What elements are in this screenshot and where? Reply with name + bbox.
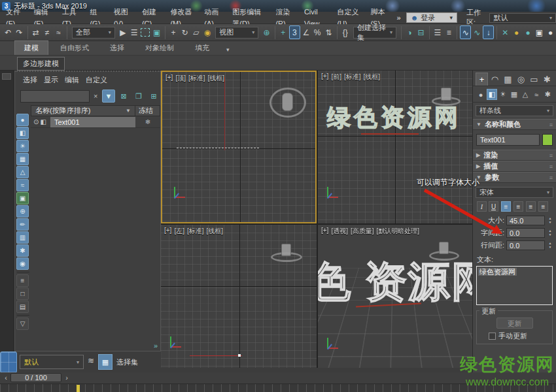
- sync-selection-icon[interactable]: ⊞: [147, 90, 160, 103]
- display-geometry-icon[interactable]: ●: [16, 114, 29, 126]
- render-production-icon[interactable]: ●: [546, 25, 556, 39]
- view-detail-icon[interactable]: ▤: [16, 301, 29, 313]
- layer-explorer-icon[interactable]: ≡: [443, 25, 454, 39]
- viewport-layout-tabs-button[interactable]: [0, 351, 17, 373]
- rollout-name-and-color[interactable]: ▼ 名称和颜色 ≡: [473, 119, 556, 130]
- display-visibility-icon[interactable]: ◉: [16, 257, 29, 270]
- select-and-place-icon[interactable]: ◉: [202, 25, 213, 39]
- viewport-menu-general[interactable]: [+]: [164, 227, 171, 236]
- view-list-icon[interactable]: ≡: [16, 274, 29, 287]
- window-crossing-icon[interactable]: ▣: [152, 25, 162, 39]
- viewport-top[interactable]: [+] [顶] [标准] [线框]: [161, 71, 317, 223]
- display-spacewarps-icon[interactable]: ≈: [16, 179, 29, 191]
- lock-icon[interactable]: ⊠: [117, 90, 130, 103]
- time-marker[interactable]: [77, 385, 80, 392]
- frame-counter[interactable]: 0 / 100: [10, 373, 61, 382]
- update-button[interactable]: 更新: [496, 318, 533, 329]
- named-selection-dropdown[interactable]: 默认 ▾: [20, 355, 84, 369]
- explorer-row-text001[interactable]: ⊙ ◧ Text001 ❄: [31, 116, 160, 128]
- text-spline-front-view[interactable]: 绿色资源网: [327, 102, 461, 134]
- viewport-menu-standard[interactable]: [标准]: [187, 227, 204, 236]
- spinner-snap-icon[interactable]: ⇅: [323, 25, 334, 39]
- ribbon-options-icon[interactable]: ▾: [221, 44, 235, 55]
- select-and-rotate-icon[interactable]: ↻: [179, 25, 190, 39]
- display-cameras-icon[interactable]: ▦: [16, 153, 29, 165]
- eye-icon[interactable]: ⊙: [33, 118, 39, 125]
- viewport-menu-pov[interactable]: [前]: [331, 73, 341, 82]
- category-cameras-icon[interactable]: ▦: [509, 89, 519, 100]
- rollout-menu-icon[interactable]: ≡: [549, 152, 553, 159]
- curve-editor-icon[interactable]: ∿: [460, 25, 471, 39]
- column-name[interactable]: 名称(按降序排序): [31, 106, 126, 116]
- text-spline-perspective-view[interactable]: 色 资源网: [318, 253, 472, 310]
- select-and-scale-icon[interactable]: ▱: [191, 25, 201, 39]
- filter-funnel-icon[interactable]: ▼: [102, 90, 115, 103]
- rollout-menu-icon[interactable]: ≡: [549, 163, 553, 170]
- rollout-rendering[interactable]: ▶ 渲染 ≡: [473, 150, 556, 161]
- material-editor-icon[interactable]: ●: [512, 25, 522, 39]
- viewcube[interactable]: [269, 88, 306, 118]
- rendered-frame-window-icon[interactable]: ▣: [534, 25, 544, 39]
- mirror-icon[interactable]: ◑: [404, 25, 415, 39]
- display-xrefs-icon[interactable]: ⊕: [16, 205, 29, 218]
- align-right-button[interactable]: ≡: [526, 201, 536, 212]
- category-helpers-icon[interactable]: △: [520, 89, 530, 100]
- edit-named-selection-icon[interactable]: {}: [340, 25, 351, 39]
- snaps-toggle-icon[interactable]: 3: [289, 25, 300, 39]
- select-and-link-icon[interactable]: ⇄: [31, 25, 41, 39]
- manual-update-checkbox[interactable]: [489, 333, 496, 340]
- size-spinner[interactable]: ▲▼: [547, 217, 553, 224]
- login-button[interactable]: ☻ 登录 ▾: [406, 12, 457, 23]
- tab-display[interactable]: ▭: [528, 73, 540, 86]
- display-helpers-icon[interactable]: △: [16, 166, 29, 178]
- selection-filter-dropdown[interactable]: 全部▾: [72, 27, 115, 39]
- sort-caret-icon[interactable]: ▼: [126, 108, 135, 114]
- viewport-menu-general[interactable]: [+]: [321, 73, 328, 82]
- viewcube[interactable]: [429, 251, 459, 261]
- font-dropdown[interactable]: 宋体 ▾: [476, 187, 553, 198]
- layer-manager-icon[interactable]: ☰: [432, 25, 443, 39]
- category-geometry-icon[interactable]: ●: [476, 89, 486, 100]
- leading-spinner[interactable]: ▲▼: [547, 242, 553, 249]
- object-category-dropdown[interactable]: 样条线 ▾: [476, 105, 553, 116]
- explorer-menu-edit[interactable]: 编辑: [65, 75, 79, 85]
- row-freeze-icon[interactable]: ❄: [135, 118, 160, 125]
- explorer-column-header[interactable]: 名称(按降序排序) ▼ 冻结: [31, 105, 160, 116]
- viewport-menu-pov[interactable]: [顶]: [175, 74, 186, 83]
- viewcube[interactable]: [432, 97, 460, 106]
- use-pivot-point-icon[interactable]: ⊕: [261, 25, 271, 39]
- selection-set-button[interactable]: ▦: [98, 354, 113, 370]
- display-groups-icon[interactable]: ▣: [16, 192, 29, 204]
- align-center-button[interactable]: ≡: [513, 201, 523, 212]
- viewport-front[interactable]: [+] [前] [标准] [线框] 绿色资源网: [318, 71, 472, 223]
- rollout-parameters[interactable]: ▼ 参数 ≡: [473, 172, 556, 183]
- viewport-menu-pov[interactable]: [透视]: [331, 227, 348, 236]
- viewport-menu-quality[interactable]: [高质量]: [351, 227, 374, 236]
- ribbon-tab-modeling[interactable]: 建模: [14, 41, 48, 55]
- column-freeze[interactable]: 冻结: [135, 106, 160, 116]
- explorer-overflow-chevron[interactable]: »: [154, 342, 158, 350]
- text-content-textarea[interactable]: 绿色资源网: [476, 266, 553, 305]
- viewport-menu-standard[interactable]: [标准]: [188, 74, 205, 83]
- select-and-manipulate-icon[interactable]: +: [278, 25, 288, 39]
- slate-material-editor-icon[interactable]: ↓: [483, 25, 494, 39]
- size-input[interactable]: 45.0: [506, 216, 545, 225]
- viewport-menu-pov[interactable]: [左]: [174, 227, 184, 236]
- tab-modify[interactable]: ◠: [489, 73, 501, 86]
- angle-snap-icon[interactable]: ∠: [301, 25, 311, 39]
- align-left-button[interactable]: ≡: [501, 201, 511, 212]
- viewport-perspective[interactable]: [+] [透视] [高质量] [默认明暗处理] 色 资源网: [318, 225, 472, 368]
- viewport-menu-shading[interactable]: [线框]: [364, 73, 381, 82]
- viewport-menu-general[interactable]: [+]: [321, 227, 328, 236]
- ribbon-tab-freeform[interactable]: 自由形式: [51, 41, 98, 55]
- polygon-modeling-panel[interactable]: 多边形建模: [17, 57, 65, 71]
- percent-snap-icon[interactable]: %: [312, 25, 322, 39]
- menu-overflow-chevron[interactable]: »: [393, 14, 405, 22]
- unlink-selection-icon[interactable]: ≠: [42, 25, 52, 39]
- select-and-move-icon[interactable]: +: [168, 25, 179, 39]
- category-lights-icon[interactable]: ☀: [498, 89, 508, 100]
- viewport-menu-shading[interactable]: [默认明暗处理]: [377, 227, 420, 236]
- viewport-menu-general[interactable]: [+]: [165, 74, 173, 83]
- tab-create[interactable]: +: [476, 73, 488, 86]
- undo-icon[interactable]: ↶: [3, 25, 13, 39]
